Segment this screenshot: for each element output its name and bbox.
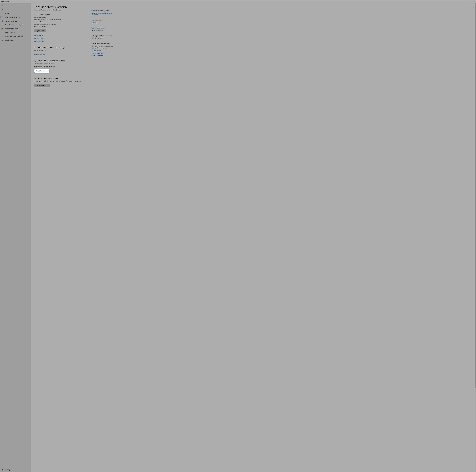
svg-point-8 xyxy=(2,25,2,25)
window-buttons xyxy=(463,0,476,3)
last-update-line: Last update: 6/2/2020 10:50 AM xyxy=(34,66,90,68)
heading-text: Ransomware protection xyxy=(38,77,58,79)
sidebar-item-firewall[interactable]: Firewall & network protection xyxy=(0,23,31,27)
sidebar-item-device-security[interactable]: Device security xyxy=(0,31,31,35)
menu-button[interactable] xyxy=(0,7,31,12)
shield-icon xyxy=(1,16,3,18)
sidebar-item-family[interactable]: Family options xyxy=(0,38,31,42)
close-button[interactable] xyxy=(472,0,476,3)
ransomware-text: Set up OneDrive for file recovery option… xyxy=(34,80,90,82)
svg-rect-11 xyxy=(2,32,3,33)
shield-icon xyxy=(34,6,37,8)
question-heading: Have a question? xyxy=(91,19,115,21)
settings-status-line: No action needed. xyxy=(34,49,90,52)
svg-point-12 xyxy=(2,39,2,40)
update-status-line: Security intelligence is up to date. xyxy=(34,63,90,65)
scrollbar[interactable] xyxy=(475,3,476,472)
protecting-heading: Who's protecting me? xyxy=(91,27,115,29)
updates-heading: Virus & threat protection updates xyxy=(34,60,90,62)
privacy-statement-link[interactable]: Privacy Statement xyxy=(91,54,115,56)
protection-history-link[interactable]: Protection history xyxy=(34,40,90,42)
sidebar-item-label: Family options xyxy=(5,39,14,41)
improve-heading: Help improve Windows Security xyxy=(91,35,115,36)
heading-text: Virus & threat protection updates xyxy=(38,60,65,62)
aside: Windows Community videos Learn more abou… xyxy=(90,7,115,469)
svg-point-14 xyxy=(2,470,3,470)
svg-point-7 xyxy=(2,20,2,21)
sidebar-item-performance[interactable]: Device performance & health xyxy=(0,35,31,38)
antenna-icon xyxy=(1,24,3,26)
community-heading: Windows Community videos xyxy=(91,10,115,12)
privacy-settings-link[interactable]: Privacy settings xyxy=(91,50,115,52)
window-title: Windows Security xyxy=(1,1,10,2)
svg-point-18 xyxy=(35,61,36,62)
sidebar-item-account[interactable]: Account protection xyxy=(0,19,31,23)
settings-label: Settings xyxy=(5,469,11,471)
privacy-text: View and change privacy settings for you… xyxy=(91,45,115,49)
privacy-dashboard-link[interactable]: Privacy dashboard xyxy=(91,52,115,54)
heart-icon xyxy=(1,35,3,37)
sidebar-item-label: Device performance & health xyxy=(5,35,23,37)
community-link[interactable]: Learn more about Virus & threat protecti… xyxy=(91,12,115,16)
sidebar-item-virus[interactable]: Virus & threat protection xyxy=(0,15,31,19)
ransomware-icon xyxy=(34,77,36,79)
maximize-button[interactable] xyxy=(467,0,472,3)
family-icon xyxy=(1,39,3,41)
window: Windows Security Home Virus & t xyxy=(0,0,476,472)
settings-heading: Virus & threat protection settings xyxy=(34,47,90,49)
quick-scan-button[interactable]: Quick scan xyxy=(34,29,46,32)
manage-settings-link[interactable]: Manage settings xyxy=(34,53,90,55)
scan-duration-line: Scan lasted 2 minutes 45 seconds xyxy=(34,23,90,25)
sidebar: Home Virus & threat protection Account p… xyxy=(0,3,31,472)
svg-point-16 xyxy=(35,47,35,48)
sidebar-item-settings[interactable]: Settings xyxy=(0,468,31,472)
person-icon xyxy=(1,20,3,22)
sidebar-item-label: App & browser control xyxy=(5,28,19,29)
scrollbar-thumb[interactable] xyxy=(475,3,476,388)
laptop-icon xyxy=(1,32,3,34)
sidebar-item-home[interactable]: Home xyxy=(0,12,31,15)
svg-point-15 xyxy=(35,15,36,16)
body: Home Virus & threat protection Account p… xyxy=(0,3,476,472)
svg-point-17 xyxy=(35,48,36,48)
allowed-threats-link[interactable]: Allowed threats xyxy=(34,37,90,39)
svg-point-13 xyxy=(2,40,3,40)
svg-point-21 xyxy=(35,78,36,79)
heading-text: Current threats xyxy=(38,14,50,16)
current-threats-heading: Current threats xyxy=(34,14,90,16)
sidebar-item-label: Device security xyxy=(5,32,15,33)
page-title-text: Virus & threat protection xyxy=(38,5,67,9)
heading-text: Virus & threat protection settings xyxy=(38,47,65,49)
last-scan-line: Last scan: 6/1/2020 10:25 PM (quick scan… xyxy=(34,19,90,21)
sidebar-item-label: Account protection xyxy=(5,20,17,22)
content: Virus & threat protection Protection for… xyxy=(34,5,90,469)
gear-ok-icon xyxy=(34,47,36,49)
minimize-button[interactable] xyxy=(463,0,467,3)
svg-rect-20 xyxy=(35,78,35,79)
home-icon xyxy=(1,12,3,15)
sidebar-item-label: Firewall & network protection xyxy=(5,24,23,26)
back-button[interactable] xyxy=(0,3,31,7)
ransomware-heading: Ransomware protection xyxy=(34,77,90,79)
sidebar-item-label: Home xyxy=(5,13,9,14)
manage-providers-link[interactable]: Manage providers xyxy=(91,30,115,31)
page-title: Virus & threat protection xyxy=(34,5,90,9)
get-help-link[interactable]: Get help xyxy=(91,22,115,23)
files-scanned-line: 41919 files scanned. xyxy=(34,25,90,28)
sidebar-item-app-browser[interactable]: App & browser control xyxy=(0,27,31,31)
scan-options-link[interactable]: Scan options xyxy=(34,35,90,36)
feedback-link[interactable]: Give us feedback xyxy=(91,37,115,39)
window-icon xyxy=(1,28,3,30)
check-updates-link[interactable]: Check for updates xyxy=(34,69,49,73)
main: Virus & threat protection Protection for… xyxy=(31,3,476,472)
setup-onedrive-button[interactable]: Set up OneDrive xyxy=(34,84,50,87)
page-subtitle: Protection for your device against threa… xyxy=(34,9,90,11)
gear-icon xyxy=(1,469,3,471)
update-icon xyxy=(34,60,36,62)
threats-found-line: 0 threats found. xyxy=(34,21,90,23)
nav: Home Virus & threat protection Account p… xyxy=(0,12,31,468)
back-arrow-icon xyxy=(1,4,3,6)
sidebar-item-label: Virus & threat protection xyxy=(5,17,20,18)
hamburger-icon xyxy=(1,8,3,10)
threat-status-line: No current threats. xyxy=(34,16,90,18)
